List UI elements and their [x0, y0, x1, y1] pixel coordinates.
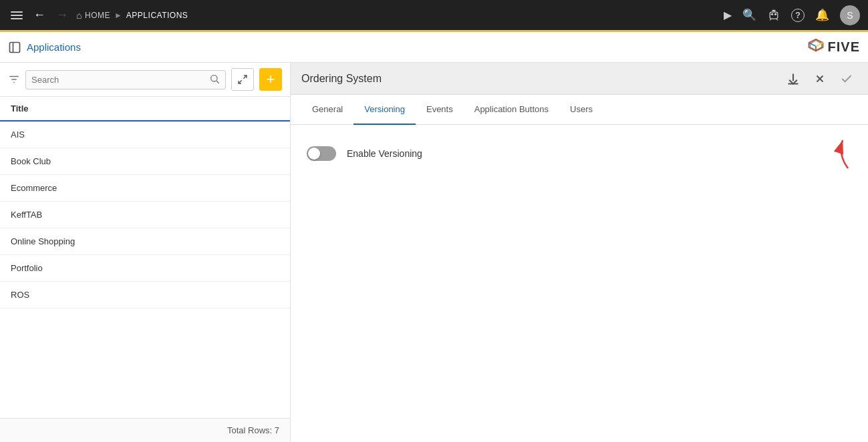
list-item[interactable]: Online Shopping	[0, 228, 290, 255]
hamburger-menu-icon[interactable]	[8, 9, 25, 22]
list-item[interactable]: Ecommerce	[0, 175, 290, 202]
breadcrumb-separator: ►	[114, 11, 122, 20]
bot-icon[interactable]	[767, 9, 780, 22]
tabs: General Versioning Events Application Bu…	[291, 95, 868, 125]
search-icon[interactable]	[209, 73, 220, 86]
list-item[interactable]: KeffTAB	[0, 202, 290, 228]
main-layout: + Title AIS Book Club Ecommerce KeffTAB …	[0, 63, 868, 442]
play-icon[interactable]: ▶	[724, 9, 732, 21]
plus-icon: +	[267, 72, 275, 87]
five-logo-container: FIVE	[807, 38, 860, 57]
applications-breadcrumb-label: APPLICATIONS	[126, 11, 188, 20]
home-icon: ⌂	[76, 10, 82, 21]
toggle-thumb	[308, 148, 320, 160]
list-item[interactable]: ROS	[0, 282, 290, 308]
svg-point-0	[771, 13, 773, 15]
svg-rect-6	[10, 42, 20, 52]
tab-general[interactable]: General	[301, 95, 353, 125]
row-label: Portfolio	[11, 263, 43, 273]
content-area: Ordering System	[291, 63, 868, 442]
sidebar: + Title AIS Book Club Ecommerce KeffTAB …	[0, 63, 291, 442]
total-rows-label: Total Rows: 7	[227, 425, 279, 435]
svg-rect-2	[770, 12, 778, 19]
subheader-left: Applications	[8, 41, 81, 54]
download-button[interactable]	[782, 68, 804, 89]
close-button[interactable]	[809, 68, 831, 89]
notifications-icon[interactable]: 🔔	[815, 8, 829, 22]
enable-versioning-toggle[interactable]	[307, 146, 336, 161]
sidebar-toolbar: +	[0, 63, 290, 97]
five-logo-text: FIVE	[828, 39, 860, 55]
tab-users[interactable]: Users	[559, 95, 603, 125]
topbar-right: ▶ 🔍 ? 🔔 S	[724, 5, 860, 25]
sidebar-toggle-icon[interactable]	[8, 41, 21, 54]
svg-line-5	[776, 19, 778, 21]
table-header: Title	[0, 97, 290, 122]
tab-versioning[interactable]: Versioning	[353, 95, 416, 125]
user-avatar[interactable]: S	[840, 5, 860, 25]
tab-events[interactable]: Events	[416, 95, 464, 125]
help-icon[interactable]: ?	[791, 9, 805, 22]
list-item[interactable]: Book Club	[0, 148, 290, 175]
row-label: KeffTAB	[11, 210, 42, 220]
list-item[interactable]: Portfolio	[0, 255, 290, 282]
topbar: ← → ⌂ HOME ► APPLICATIONS ▶ 🔍 ? 🔔	[0, 0, 868, 32]
svg-line-19	[239, 80, 242, 83]
add-button[interactable]: +	[259, 68, 282, 91]
row-label: Ecommerce	[11, 183, 57, 193]
svg-point-16	[211, 75, 217, 81]
expand-button[interactable]	[231, 68, 254, 91]
versioning-toggle-row: Enable Versioning	[307, 146, 852, 161]
enable-versioning-label: Enable Versioning	[347, 148, 422, 159]
search-box	[25, 70, 226, 89]
svg-point-1	[774, 13, 776, 15]
breadcrumb-home[interactable]: ⌂ HOME	[76, 10, 110, 21]
svg-rect-3	[772, 9, 776, 11]
row-label: AIS	[11, 130, 25, 140]
toggle-track[interactable]	[307, 146, 336, 161]
search-icon[interactable]: 🔍	[742, 8, 756, 22]
content-actions	[782, 68, 857, 89]
svg-line-17	[216, 81, 219, 83]
sidebar-footer: Total Rows: 7	[0, 418, 290, 442]
row-label: Online Shopping	[11, 236, 75, 246]
back-button[interactable]: ←	[31, 5, 48, 25]
five-logo-icon	[807, 38, 825, 57]
app-title[interactable]: Applications	[27, 41, 81, 53]
breadcrumb-applications[interactable]: APPLICATIONS	[126, 11, 188, 20]
five-logo: FIVE	[807, 38, 860, 57]
filter-icon[interactable]	[8, 73, 20, 85]
list-item[interactable]: AIS	[0, 122, 290, 148]
content-header: Ordering System	[291, 63, 868, 95]
forward-button[interactable]: →	[53, 5, 71, 25]
search-input[interactable]	[31, 75, 209, 85]
home-label[interactable]: HOME	[85, 11, 110, 20]
content-title: Ordering System	[301, 73, 782, 85]
tab-application-buttons[interactable]: Application Buttons	[464, 95, 559, 125]
row-label: Book Club	[11, 156, 51, 166]
column-title: Title	[11, 103, 29, 114]
sidebar-table: Title AIS Book Club Ecommerce KeffTAB On…	[0, 97, 290, 418]
row-label: ROS	[11, 290, 29, 300]
svg-line-18	[243, 75, 247, 79]
save-button[interactable]	[836, 68, 857, 89]
subheader: Applications FIVE	[0, 32, 868, 63]
topbar-left: ← → ⌂ HOME ► APPLICATIONS	[8, 5, 724, 25]
svg-line-4	[770, 19, 771, 21]
breadcrumb: ⌂ HOME ► APPLICATIONS	[76, 10, 188, 21]
tab-content-versioning: Enable Versioning	[291, 125, 868, 442]
